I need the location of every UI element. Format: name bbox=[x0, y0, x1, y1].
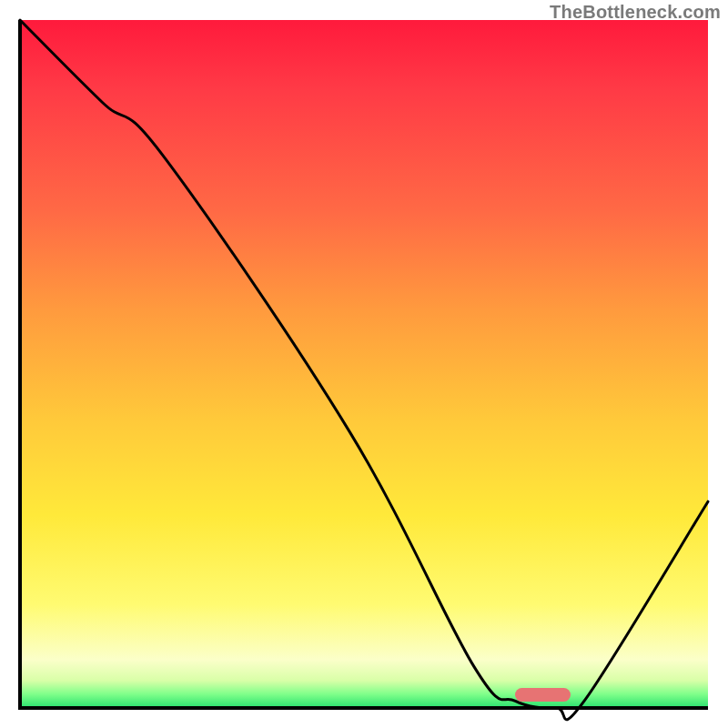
curve-layer bbox=[20, 20, 708, 708]
optimal-range-marker bbox=[515, 688, 570, 702]
bottleneck-curve-line bbox=[20, 20, 708, 720]
bottleneck-chart: TheBottleneck.com bbox=[0, 0, 728, 728]
